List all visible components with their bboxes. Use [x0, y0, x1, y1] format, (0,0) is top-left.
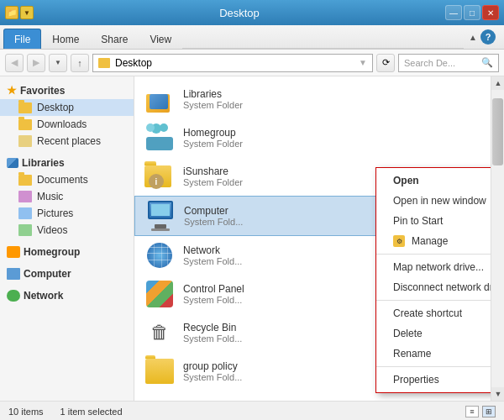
tab-file[interactable]: File: [3, 29, 41, 49]
item-text: Libraries System Folder: [183, 88, 480, 110]
desktop-folder-icon: [18, 102, 32, 113]
sidebar-downloads-label: Downloads: [37, 118, 87, 130]
search-placeholder: Search De...: [404, 58, 455, 68]
refresh-button[interactable]: ⟳: [376, 54, 395, 72]
sidebar-homegroup-header[interactable]: Homegroup: [0, 244, 134, 260]
ctx-open-new-window[interactable]: Open in new window: [376, 191, 491, 211]
ctx-separator-2: [376, 300, 491, 301]
sidebar-item-pictures[interactable]: Pictures: [0, 205, 134, 222]
close-button[interactable]: ✕: [482, 5, 499, 20]
ctx-delete[interactable]: Delete: [376, 323, 491, 344]
sidebar-item-recent[interactable]: Recent places: [0, 133, 134, 150]
ctx-properties[interactable]: Properties: [376, 370, 491, 390]
ctx-map-drive-label: Map network drive...: [393, 261, 484, 273]
main-area: ★ Favorites Desktop Downloads Recent pla…: [0, 76, 504, 401]
address-bar: ◀ ▶ ▼ ↑ Desktop ▼ ⟳ Search De... 🔍: [0, 50, 504, 76]
recycle-bin-icon: 🗑: [144, 318, 175, 348]
sidebar-network-label: Network: [24, 290, 63, 302]
sidebar-pictures-label: Pictures: [37, 207, 73, 219]
back-button[interactable]: ◀: [5, 54, 24, 72]
ctx-open[interactable]: Open: [376, 171, 491, 191]
ctx-rename-label: Rename: [393, 348, 431, 360]
address-box[interactable]: Desktop ▼: [92, 54, 373, 72]
documents-icon: [18, 175, 32, 186]
help-button[interactable]: ?: [480, 29, 496, 45]
pictures-icon: [18, 207, 32, 219]
sidebar-videos-label: Videos: [37, 224, 67, 236]
ctx-open-new-label: Open in new window: [393, 195, 486, 207]
address-text: Desktop: [115, 57, 152, 69]
search-icon: 🔍: [481, 57, 493, 68]
sidebar-network-section: Network: [0, 287, 134, 304]
scrollbar: ▲ ▼: [491, 76, 504, 401]
sidebar-item-videos[interactable]: Videos: [0, 222, 134, 239]
ctx-rename[interactable]: Rename: [376, 344, 491, 364]
ctx-pin-start[interactable]: Pin to Start: [376, 211, 491, 231]
sidebar-favorites-section: ★ Favorites Desktop Downloads Recent pla…: [0, 81, 134, 150]
scroll-up-arrow[interactable]: ▲: [491, 76, 504, 90]
sidebar-documents-label: Documents: [37, 174, 88, 186]
tab-home[interactable]: Home: [41, 29, 90, 49]
view-details-button[interactable]: ⊞: [482, 406, 496, 417]
network-sidebar-icon: [7, 290, 20, 302]
sidebar-music-label: Music: [37, 191, 63, 202]
libraries-large-icon: [144, 84, 175, 114]
address-folder-icon: [98, 58, 110, 68]
forward-button[interactable]: ▶: [27, 54, 45, 72]
maximize-button[interactable]: □: [464, 5, 480, 20]
sidebar-item-downloads[interactable]: Downloads: [0, 116, 134, 133]
sidebar-favorites-header[interactable]: ★ Favorites: [0, 81, 134, 99]
context-menu: Open Open in new window Pin to Start ⚙ M…: [375, 167, 491, 393]
computer-sidebar-icon: [7, 268, 20, 280]
up-button[interactable]: ↑: [71, 54, 89, 72]
view-list-button[interactable]: ≡: [465, 406, 479, 417]
status-bar: 10 items 1 item selected ≡ ⊞: [0, 401, 504, 420]
ctx-create-shortcut-label: Create shortcut: [393, 307, 462, 319]
sidebar-item-desktop[interactable]: Desktop: [0, 99, 134, 116]
ctx-map-drive[interactable]: Map network drive...: [376, 257, 491, 277]
ctx-disconnect[interactable]: Disconnect network drive...: [376, 277, 491, 297]
scroll-thumb[interactable]: [492, 98, 503, 165]
ribbon-tabs: File Home Share View ▲ ?: [0, 25, 504, 49]
ctx-properties-label: Properties: [393, 374, 439, 386]
quick-access-icon2[interactable]: ▼: [20, 6, 34, 19]
list-item[interactable]: Homegroup System Folder: [134, 118, 491, 157]
sidebar-favorites-label: Favorites: [20, 85, 65, 97]
sidebar-computer-header[interactable]: Computer: [0, 265, 134, 282]
sidebar-desktop-label: Desktop: [37, 102, 74, 113]
ribbon-collapse[interactable]: ▲: [469, 33, 477, 42]
item-text: Homegroup System Folder: [183, 127, 480, 149]
dropdown-button[interactable]: ▼: [49, 54, 67, 72]
list-item[interactable]: Libraries System Folder: [134, 80, 491, 118]
address-dropdown-icon[interactable]: ▼: [359, 58, 367, 67]
tab-share[interactable]: Share: [90, 29, 139, 49]
title-bar: 📁 ▼ Desktop — □ ✕: [0, 0, 504, 25]
minimize-button[interactable]: —: [445, 5, 462, 20]
ctx-pin-start-label: Pin to Start: [393, 215, 443, 227]
ctx-create-shortcut[interactable]: Create shortcut: [376, 303, 491, 323]
libraries-icon: [7, 158, 18, 168]
scroll-track[interactable]: [491, 90, 504, 387]
sidebar-libraries-section: Libraries Documents Music Pictures Video…: [0, 155, 134, 239]
videos-icon: [18, 224, 32, 236]
ctx-open-label: Open: [393, 175, 419, 186]
favorites-star-icon: ★: [7, 84, 17, 97]
ribbon: File Home Share View ▲ ?: [0, 25, 504, 50]
quick-access-icon[interactable]: 📁: [5, 6, 18, 19]
window-title: Desktop: [219, 7, 260, 19]
recycle-large-icon: 🗑: [144, 318, 175, 348]
music-icon: [18, 191, 32, 202]
scroll-down-arrow[interactable]: ▼: [491, 387, 504, 401]
search-box[interactable]: Search De... 🔍: [398, 54, 499, 72]
sidebar-network-header[interactable]: Network: [0, 287, 134, 304]
sidebar-libraries-header[interactable]: Libraries: [0, 155, 134, 171]
controlpanel-large-icon: [144, 279, 175, 309]
computer-large-icon: [145, 201, 176, 231]
sidebar-libraries-label: Libraries: [22, 157, 65, 169]
recent-icon: [18, 135, 32, 147]
ctx-manage[interactable]: ⚙ Manage: [376, 231, 491, 251]
sidebar-item-documents[interactable]: Documents: [0, 171, 134, 188]
tab-view[interactable]: View: [139, 29, 182, 49]
sidebar: ★ Favorites Desktop Downloads Recent pla…: [0, 76, 134, 401]
sidebar-item-music[interactable]: Music: [0, 188, 134, 205]
